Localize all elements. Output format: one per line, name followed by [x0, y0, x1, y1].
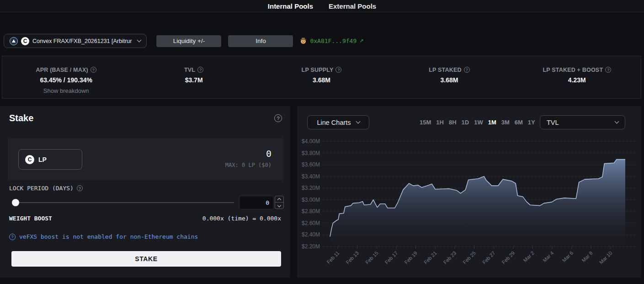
svg-text:Feb 21: Feb 21 [423, 250, 438, 265]
chevron-up-icon [277, 198, 281, 202]
convex-icon [25, 155, 34, 164]
arbitrum-icon [10, 37, 18, 45]
app-root: Internal Pools External Pools Convex FRA… [0, 0, 644, 284]
chevron-down-icon [137, 38, 142, 43]
svg-text:$2.60M: $2.60M [302, 220, 320, 226]
svg-text:Mar 4: Mar 4 [542, 250, 554, 263]
stake-panel: Stake LP 0 MAX: 0 LP ($0) LOCK PERIOD (D… [0, 106, 290, 278]
svg-text:Mar 2: Mar 2 [522, 250, 535, 263]
stake-amount-card: LP 0 MAX: 0 LP ($0) [8, 138, 283, 180]
range-1y[interactable]: 1Y [528, 119, 535, 126]
lock-period-stepper [275, 196, 284, 209]
convex-icon [21, 37, 29, 45]
help-icon[interactable] [90, 67, 96, 73]
stat-lp-supply-label: LP SUPPLY [302, 67, 334, 73]
range-8h[interactable]: 8H [449, 119, 457, 126]
farmer-emoji-icon [299, 37, 307, 45]
svg-text:$3.20M: $3.20M [302, 185, 320, 191]
stepper-up-button[interactable] [275, 196, 284, 203]
svg-text:$4.00M: $4.00M [302, 138, 320, 145]
tab-internal-pools[interactable]: Internal Pools [268, 2, 313, 10]
svg-text:$2.20M: $2.20M [302, 243, 320, 250]
range-1h[interactable]: 1H [436, 119, 444, 126]
show-breakdown-link[interactable]: Show breakdown [43, 87, 89, 94]
svg-text:Feb 23: Feb 23 [442, 250, 458, 265]
stat-lp-staked-value: 3.68M [440, 76, 458, 84]
range-1w[interactable]: 1W [474, 119, 483, 126]
stake-help-icon[interactable] [274, 114, 282, 122]
svg-text:Mar 6: Mar 6 [561, 250, 574, 263]
chevron-down-icon [277, 203, 281, 207]
stat-tvl-value: $3.7M [185, 76, 203, 84]
help-icon[interactable] [197, 67, 203, 73]
svg-text:Feb 25: Feb 25 [462, 250, 477, 265]
chart-panel: Line Charts 15M 1H 8H 1D 1W 1M 3M 6M 1Y … [297, 106, 641, 278]
wallet-address: 0xA81F...9f49 [310, 38, 357, 44]
pool-selector-label: Convex FRAX/FXB_20261231 [Arbitrur [32, 38, 132, 44]
svg-text:$3.80M: $3.80M [302, 150, 320, 156]
svg-text:$3.40M: $3.40M [302, 173, 320, 180]
help-icon[interactable] [335, 67, 341, 73]
info-button[interactable]: Info [228, 35, 293, 47]
wallet-address-link[interactable]: 0xA81F...9f49 ↗ [299, 37, 363, 45]
svg-text:Feb 19: Feb 19 [403, 250, 418, 265]
stake-amount-input[interactable]: 0 [225, 148, 271, 159]
stake-panel-title: Stake [9, 113, 33, 123]
lp-token-select-button[interactable]: LP [18, 149, 82, 170]
svg-text:Feb 27: Feb 27 [481, 250, 496, 265]
range-1d[interactable]: 1D [462, 119, 469, 126]
svg-text:$2.40M: $2.40M [302, 231, 320, 238]
range-3m[interactable]: 3M [501, 119, 510, 126]
svg-text:Feb 13: Feb 13 [345, 250, 360, 265]
stake-amount-max-label: MAX: 0 LP ($0) [225, 162, 271, 168]
stake-button[interactable]: STAKE [11, 251, 281, 267]
svg-text:$3.60M: $3.60M [302, 161, 320, 168]
notice-help-icon [9, 234, 16, 240]
stat-lp-staked-boost-label: LP STAKED + BOOST [543, 67, 603, 73]
svg-text:Feb 29: Feb 29 [501, 250, 516, 265]
weight-boost-label: WEIGHT BOOST [9, 215, 52, 222]
stepper-down-button[interactable] [275, 202, 284, 209]
stat-apr-value: 63.45% / 190.34% [40, 76, 92, 84]
notice-text: veFXS boost is not enabled for non-Ether… [19, 233, 198, 240]
stat-apr-label: APR (BASE / MAX) [36, 67, 88, 73]
stat-tvl-label: TVL [184, 67, 195, 73]
svg-text:$2.80M: $2.80M [302, 208, 320, 214]
range-1m[interactable]: 1M [488, 119, 496, 126]
stat-lp-supply-value: 3.68M [313, 76, 330, 84]
lock-period-help-icon[interactable] [77, 185, 83, 191]
pool-stats-bar: APR (BASE / MAX) 63.45% / 190.34% Show b… [2, 56, 641, 99]
stat-tvl: TVL $3.7M [130, 56, 257, 98]
external-link-icon: ↗ [359, 38, 363, 44]
chart-type-label: Line Charts [317, 119, 351, 126]
vefxs-notice: veFXS boost is not enabled for non-Ether… [9, 233, 198, 240]
lp-token-label: LP [38, 156, 47, 163]
chevron-down-icon [615, 119, 619, 124]
top-nav-bar: Internal Pools External Pools [0, 0, 644, 12]
range-6m[interactable]: 6M [515, 119, 523, 126]
tab-external-pools[interactable]: External Pools [329, 2, 376, 10]
stat-apr: APR (BASE / MAX) 63.45% / 190.34% Show b… [2, 56, 130, 98]
weight-boost-value: 0.000x (time) = 0.000x [202, 215, 281, 222]
pool-selector-dropdown[interactable]: Convex FRAX/FXB_20261231 [Arbitrur [4, 34, 147, 48]
svg-text:Feb 17: Feb 17 [384, 250, 399, 265]
svg-text:Feb 11: Feb 11 [325, 250, 340, 265]
liquidity-button[interactable]: Liquidity +/- [156, 35, 221, 47]
svg-text:Mar 8: Mar 8 [580, 250, 593, 263]
stat-lp-staked-boost: LP STAKED + BOOST 4.23M [513, 56, 641, 98]
svg-text:Feb 15: Feb 15 [364, 250, 379, 265]
lock-period-slider-thumb[interactable] [12, 199, 19, 206]
stat-lp-staked-boost-value: 4.23M [568, 76, 586, 84]
svg-text:Mar 10: Mar 10 [598, 250, 613, 265]
svg-text:$3.00M: $3.00M [302, 197, 320, 203]
help-icon[interactable] [464, 67, 470, 73]
lock-period-label: LOCK PERIOD (DAYS) [9, 185, 74, 192]
lock-period-number-input[interactable] [239, 196, 274, 209]
tvl-chart: $2.20M$2.40M$2.60M$2.80M$3.00M$3.20M$3.4… [297, 127, 641, 278]
range-15m[interactable]: 15M [420, 119, 431, 126]
help-icon[interactable] [605, 67, 611, 73]
lock-period-slider-track[interactable] [13, 202, 234, 203]
stat-lp-staked-label: LP STAKED [429, 67, 461, 73]
chart-metric-label: TVL [547, 119, 559, 126]
stat-lp-supply: LP SUPPLY 3.68M [258, 56, 385, 98]
